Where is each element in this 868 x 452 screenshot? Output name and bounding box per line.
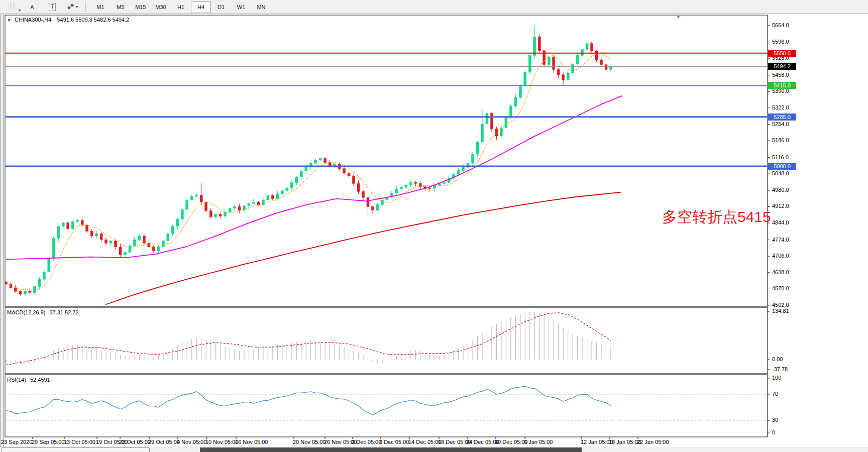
time-axis-label: 2 Dec 05:00 <box>352 439 381 445</box>
grid-icon <box>9 4 16 10</box>
time-axis-label: 6 Jan 05:00 <box>524 439 553 445</box>
price-scale-tick: 5048.0 <box>772 170 789 176</box>
rsi-scale-tick: 100 <box>772 375 781 381</box>
timeframe-button-m30[interactable]: M30 <box>151 1 171 13</box>
time-axis[interactable]: 23 Sep 202029 Sep 05:0013 Oct 05:0019 Oc… <box>0 437 868 447</box>
symbol-period-label: CHINA300-,H4 <box>15 17 51 23</box>
price-badge: 5550.0 <box>768 50 796 57</box>
time-axis-label: 13 Oct 05:00 <box>64 439 95 445</box>
timeframe-button-h1[interactable]: H1 <box>171 1 191 13</box>
arrow-label-tool-button[interactable]: A <box>22 1 42 13</box>
chevron-down-icon[interactable]: ▾ <box>76 5 78 9</box>
price-scale-tick: 4570.0 <box>772 285 789 291</box>
rsi-scale-tick: 0 <box>772 429 775 435</box>
toolbar-separator <box>274 2 274 12</box>
price-scale-tick: 5322.0 <box>772 104 789 110</box>
price-scale-tick: 4980.0 <box>772 187 789 193</box>
ohlc-values: 5491.6 5509.8 5482.6 5494.2 <box>57 17 129 23</box>
rsi-scale-tick: 30 <box>772 417 778 423</box>
timeframe-button-h4[interactable]: H4 <box>191 1 211 13</box>
timeframe-button-m1[interactable]: M1 <box>90 1 111 13</box>
time-axis-label: 24 Dec 05:00 <box>466 439 499 445</box>
time-axis-label: 23 Oct 05:00 <box>119 439 151 445</box>
price-scale-tick: 4912.0 <box>772 203 789 209</box>
price-scale[interactable]: 5664.05596.05528.05458.05390.05322.05254… <box>768 14 868 437</box>
macd-scale-tick: -37.78 <box>772 366 788 372</box>
rsi-value: 52.4591 <box>30 377 50 383</box>
chart-tab-bar <box>0 447 868 452</box>
macd-indicator-label: MACD(12,26,9) 37.31 52.72 <box>7 309 79 315</box>
time-axis-label: 12 Jan 05:00 <box>581 439 613 445</box>
price-scale-tick: 4638.0 <box>772 269 789 275</box>
price-badge: 5494.2 <box>768 63 796 70</box>
time-axis-label: 23 Sep 2020 <box>1 439 32 445</box>
macd-values: 37.31 52.72 <box>49 309 78 315</box>
timeframe-button-w1[interactable]: W1 <box>231 1 251 13</box>
price-scale-tick: 5254.0 <box>772 121 789 127</box>
styles-tool-button[interactable]: ▾ <box>62 1 82 13</box>
time-axis-label: 30 Dec 05:00 <box>495 439 527 445</box>
chart-title: ▼ CHINA300-,H4 5491.6 5509.8 5482.6 5494… <box>7 17 129 23</box>
time-axis-label: 29 Oct 05:00 <box>148 439 180 445</box>
styles-icon <box>67 4 74 11</box>
price-scale-tick: 4502.0 <box>772 302 789 308</box>
chart-tab-dark[interactable] <box>200 447 582 452</box>
rsi-name: RSI(14) <box>7 377 26 383</box>
chart-tab[interactable] <box>1 447 150 452</box>
time-axis-label: 10 Nov 05:00 <box>205 439 238 445</box>
price-badge: 5080.0 <box>768 163 796 170</box>
time-axis-label: 8 Dec 05:00 <box>379 439 409 445</box>
text-tool-glyph: T <box>49 3 56 11</box>
macd-name: MACD(12,26,9) <box>7 309 45 315</box>
price-scale-tick: 4706.0 <box>772 253 789 259</box>
rsi-indicator-label: RSI(14) 52.4591 <box>7 377 50 383</box>
time-axis-label: 18 Jan 05:00 <box>609 439 641 445</box>
time-axis-label: 20 Nov 05:00 <box>293 439 325 445</box>
price-scale-tick: 5664.0 <box>772 22 789 28</box>
time-axis-label: 16 Nov 05:00 <box>235 439 268 445</box>
price-scale-tick: 5116.0 <box>772 154 789 160</box>
price-scale-tick: 4774.0 <box>772 237 789 243</box>
chart-plot-area[interactable] <box>5 15 768 306</box>
timeframe-button-mn[interactable]: MN <box>251 1 271 13</box>
macd-scale-tick: 0.00 <box>772 356 783 362</box>
toolbar: F A T ▾ M1M5M15M30H1H4D1W1MN <box>0 0 868 14</box>
price-scale-tick: 5186.0 <box>772 137 789 143</box>
price-scale-tick: 5596.0 <box>772 39 789 45</box>
price-scale-tick: 5458.0 <box>772 72 789 78</box>
symbol-dropdown-icon[interactable]: ▼ <box>7 18 11 23</box>
time-axis-label: 29 Sep 05:00 <box>32 439 64 445</box>
period-separators-button[interactable]: F <box>2 1 22 13</box>
text-tool-button[interactable]: T <box>42 1 62 13</box>
rsi-scale-tick: 70 <box>772 391 778 397</box>
macd-scale-tick: 134.81 <box>772 308 789 314</box>
price-badge: 5285.0 <box>768 114 796 121</box>
price-badge: 5415.0 <box>768 82 796 89</box>
time-axis-label: 14 Dec 05:00 <box>408 439 441 445</box>
period-separators-label: F <box>19 8 21 13</box>
timeframe-button-m5[interactable]: M5 <box>111 1 131 13</box>
time-axis-label: 4 Nov 05:00 <box>177 439 206 445</box>
toolbar-drag-handle[interactable] <box>85 3 88 12</box>
timeframe-group: M1M5M15M30H1H4D1W1MN <box>90 1 271 13</box>
timeframe-button-d1[interactable]: D1 <box>211 1 231 13</box>
price-scale-tick: 4844.0 <box>772 219 789 225</box>
time-axis-label: 22 Jan 05:00 <box>637 439 669 445</box>
chart-shift-marker-icon[interactable]: ▼ <box>676 15 681 20</box>
chart-text-annotation[interactable]: 多空转折点5415 <box>662 207 771 228</box>
window-left-frame <box>0 14 4 452</box>
timeframe-button-m15[interactable]: M15 <box>131 1 151 13</box>
arrow-label-glyph: A <box>30 4 34 10</box>
